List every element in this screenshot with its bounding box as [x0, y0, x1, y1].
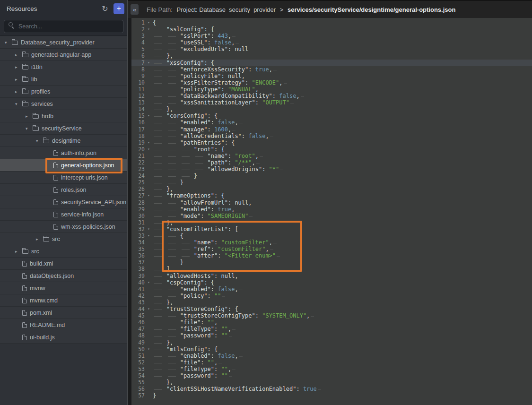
code-line-2[interactable]: 2▾"sslConfig": { [131, 26, 532, 33]
chevron-down-icon[interactable]: ▾ [35, 138, 43, 143]
fold-toggle-icon[interactable]: ▾ [145, 279, 153, 286]
tree-item-designtime[interactable]: ▾designtime [0, 135, 127, 147]
code-line-14[interactable]: 14}, [131, 106, 532, 112]
refresh-icon[interactable]: ↻ [99, 3, 111, 14]
code-line-27[interactable]: 27▾"frameOptions": { [131, 192, 532, 199]
code-line-22[interactable]: 22"path": "/**", [131, 159, 532, 166]
code-line-18[interactable]: 18"allowCredentials": false, [131, 133, 532, 139]
code-line-10[interactable]: 10"xssFilterStrategy": "ENCODE", [131, 79, 532, 86]
code-line-23[interactable]: 23"allowedOrigins": "*" [131, 166, 532, 172]
tree-item-mvnw.cmd[interactable]: mvnw.cmd [0, 294, 127, 307]
code-line-31[interactable]: 31}, [131, 219, 532, 226]
code-line-43[interactable]: 43}, [131, 299, 532, 306]
code-line-13[interactable]: 13"xssSanitizationLayer": "OUTPUT" [131, 99, 532, 106]
fold-toggle-icon[interactable]: ▾ [145, 226, 153, 233]
code-line-54[interactable]: 54"password": "" [131, 372, 532, 379]
code-line-45[interactable]: 45"trustStoreConfigType": "SYSTEM_ONLY", [131, 312, 532, 319]
code-line-29[interactable]: 29"enabled": true, [131, 206, 532, 213]
tree-item-securityService[interactable]: ▾securityService [0, 122, 127, 135]
code-line-9[interactable]: 9"policyFile": null, [131, 73, 532, 79]
tree-item-wm-xss-policies.json[interactable]: wm-xss-policies.json [0, 221, 127, 233]
code-line-57[interactable]: 57} [131, 392, 532, 399]
code-line-5[interactable]: 5"excludedUrls": null [131, 46, 532, 52]
tree-item-src[interactable]: ▸src [0, 233, 127, 245]
chevron-right-icon[interactable]: ▸ [35, 237, 43, 241]
tree-item-dataObjects.json[interactable]: dataObjects.json [0, 270, 127, 282]
code-line-17[interactable]: 17"maxAge": 1600, [131, 126, 532, 133]
tree-item-i18n[interactable]: ▸i18n [0, 61, 127, 73]
tree-item-general-options.json[interactable]: general-options.json [0, 159, 127, 172]
code-line-12[interactable]: 12"dataBackwardCompatibility": false, [131, 93, 532, 99]
tree-item-services[interactable]: ▾services [0, 98, 127, 110]
code-line-51[interactable]: 51"enabled": false, [131, 353, 532, 359]
tree-item-auth-info.json[interactable]: auth-info.json [0, 147, 127, 159]
code-line-20[interactable]: 20▾"root": { [131, 146, 532, 153]
chevron-down-icon[interactable]: ▾ [25, 126, 33, 131]
fold-toggle-icon[interactable]: ▾ [145, 146, 153, 153]
tree-item-README.md[interactable]: README.md [0, 319, 127, 331]
tree-item-build.xml[interactable]: build.xml [0, 258, 127, 270]
code-line-42[interactable]: 42"policy": "" [131, 293, 532, 299]
code-line-52[interactable]: 52"file": "", [131, 359, 532, 366]
code-line-26[interactable]: 26}, [131, 186, 532, 192]
fold-toggle-icon[interactable]: ▾ [145, 306, 153, 312]
code-line-4[interactable]: 4"useSSL": false, [131, 39, 532, 46]
code-line-50[interactable]: 50▾"mtlsConfig": { [131, 346, 532, 353]
code-line-28[interactable]: 28"allowFromUrl": null, [131, 199, 532, 206]
code-line-40[interactable]: 40▾"cspConfig": { [131, 279, 532, 286]
code-line-21[interactable]: 21"name": "root", [131, 153, 532, 159]
fold-toggle-icon[interactable]: ▾ [145, 346, 153, 353]
add-resource-button[interactable]: + [113, 3, 124, 14]
code-line-11[interactable]: 11"policyType": "MANUAL", [131, 86, 532, 93]
tree-item-ui-build.js[interactable]: ui-build.js [0, 331, 127, 344]
fold-toggle-icon[interactable]: ▾ [145, 26, 153, 33]
code-line-36[interactable]: 36"after": "<Filter enum>" [131, 252, 532, 259]
code-line-8[interactable]: 8"enforceXssSecurity": true, [131, 66, 532, 73]
chevron-right-icon[interactable]: ▸ [14, 77, 22, 82]
code-line-34[interactable]: 34"name": "customFilter", [131, 239, 532, 246]
tree-item-securityService_API.json[interactable]: securityService_API.json [0, 196, 127, 208]
code-line-35[interactable]: 35"ref": "customFilter", [131, 246, 532, 252]
tree-item-profiles[interactable]: ▸profiles [0, 86, 127, 98]
code-line-33[interactable]: 33▾{ [131, 233, 532, 239]
search-input[interactable] [4, 20, 123, 33]
code-line-7[interactable]: 7▾"xssConfig": { [131, 60, 532, 66]
code-line-15[interactable]: 15▾"corsConfig": { [131, 112, 532, 119]
fold-toggle-icon[interactable]: ▾ [145, 112, 153, 119]
code-line-19[interactable]: 19▾"pathEntries": { [131, 139, 532, 146]
chevron-down-icon[interactable]: ▾ [4, 40, 12, 45]
tree-item-mvnw[interactable]: mvnw [0, 282, 127, 294]
code-line-47[interactable]: 47"fileType": "", [131, 326, 532, 332]
collapse-sidebar-icon[interactable]: « [131, 4, 139, 15]
fold-toggle-icon[interactable]: ▾ [145, 19, 153, 26]
tree-item-intercept-urls.json[interactable]: intercept-urls.json [0, 172, 127, 184]
code-line-55[interactable]: 55}, [131, 379, 532, 386]
code-editor[interactable]: 1▾{2▾"sslConfig": {3"sslPort": 443,4"use… [131, 18, 532, 405]
chevron-right-icon[interactable]: ▸ [14, 52, 22, 57]
code-line-25[interactable]: 25} [131, 179, 532, 186]
chevron-down-icon[interactable]: ▾ [14, 102, 22, 106]
tree-item-lib[interactable]: ▸lib [0, 73, 127, 86]
code-line-56[interactable]: 56"clientSSLHostNameVerificationEnabled"… [131, 386, 532, 392]
tree-item-src[interactable]: ▸src [0, 245, 127, 258]
tree-item-roles.json[interactable]: roles.json [0, 184, 127, 196]
chevron-right-icon[interactable]: ▸ [14, 65, 22, 69]
tree-item-hrdb[interactable]: ▸hrdb [0, 110, 127, 122]
tree-item-service-info.json[interactable]: service-info.json [0, 208, 127, 221]
fold-toggle-icon[interactable]: ▾ [145, 192, 153, 199]
code-line-24[interactable]: 24} [131, 172, 532, 179]
code-line-46[interactable]: 46"file": "", [131, 319, 532, 326]
code-line-16[interactable]: 16"enabled": false, [131, 119, 532, 126]
chevron-right-icon[interactable]: ▸ [25, 114, 33, 119]
code-line-1[interactable]: 1▾{ [131, 19, 532, 26]
fold-toggle-icon[interactable]: ▾ [145, 139, 153, 146]
code-line-41[interactable]: 41"enabled": false, [131, 286, 532, 293]
tree-item-Database_security_provider[interactable]: ▾Database_security_provider [0, 36, 127, 49]
fold-toggle-icon[interactable]: ▾ [145, 60, 153, 66]
chevron-right-icon[interactable]: ▸ [14, 89, 22, 94]
code-line-39[interactable]: 39"allowedHosts": null, [131, 273, 532, 279]
tree-item-pom.xml[interactable]: pom.xml [0, 307, 127, 319]
code-line-30[interactable]: 30"mode": "SAMEORIGIN" [131, 213, 532, 219]
code-line-44[interactable]: 44▾"trustStoreConfig": { [131, 306, 532, 312]
code-line-38[interactable]: 38], [131, 266, 532, 272]
